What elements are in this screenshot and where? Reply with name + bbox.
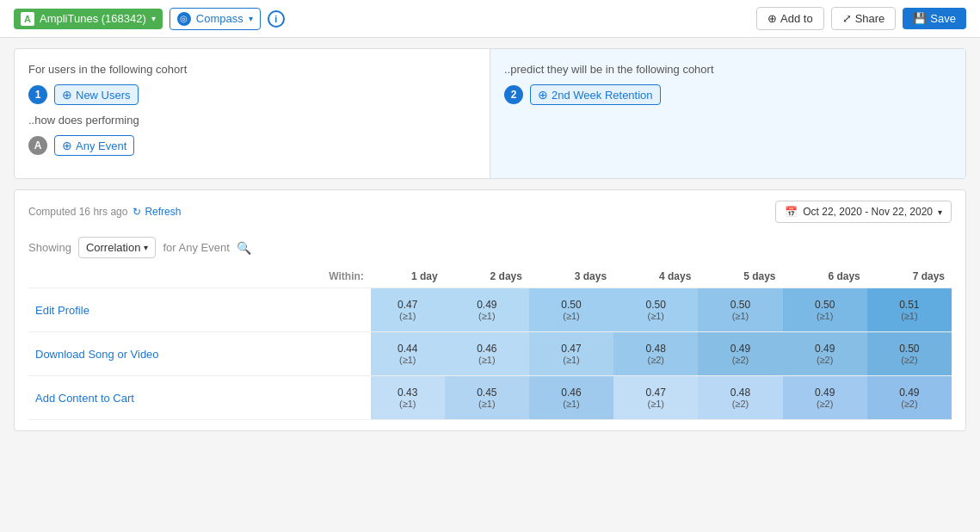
value-cell: 0.45(≥1) (445, 376, 529, 420)
results-panel: Computed 16 hrs ago ↻ Refresh 📅 Oct 22, … (14, 189, 966, 431)
col-header-1day: 1 day (371, 265, 445, 288)
showing-label: Showing (28, 241, 71, 254)
value-cell: 0.43(≥1) (371, 376, 445, 420)
compass-icon: ◎ (177, 12, 191, 26)
retention-icon: ⊕ (538, 88, 548, 102)
value-cell: 0.47(≥1) (371, 288, 445, 332)
computed-label: Computed 16 hrs ago (28, 206, 127, 218)
app-letter-icon: A (21, 12, 34, 26)
compass-label: Compass (196, 12, 243, 25)
cohort-panel: For users in the following cohort 1 ⊕ Ne… (14, 48, 966, 179)
col-header-4days: 4 days (613, 265, 698, 288)
value-cell: 0.50(≥2) (867, 332, 952, 376)
col-header-5days: 5 days (698, 265, 782, 288)
search-event-button[interactable]: 🔍 (237, 241, 251, 255)
add-label: Add to (780, 12, 813, 25)
table-row: Edit Profile0.47(≥1)0.49(≥1)0.50(≥1)0.50… (28, 288, 952, 332)
value-cell: 0.49(≥2) (867, 376, 952, 420)
cohort-badge-number-1: 1 (28, 85, 47, 104)
cohort-left: For users in the following cohort 1 ⊕ Ne… (15, 49, 490, 178)
value-cell: 0.49(≥2) (783, 376, 867, 420)
correlation-label: Correlation (86, 241, 141, 254)
within-column-header: Within: (281, 265, 371, 288)
value-cell: 0.49(≥1) (445, 288, 529, 332)
data-table-container: Within: 1 day 2 days 3 days 4 days 5 day… (28, 265, 952, 420)
topbar: A AmpliTunes (168342) ▾ ◎ Compass ▾ i ⊕ … (0, 0, 980, 38)
value-cell: 0.46(≥1) (529, 376, 613, 420)
share-button[interactable]: ⤢ Share (831, 7, 897, 30)
save-label: Save (930, 12, 956, 25)
any-event-tag[interactable]: ⊕ Any Event (54, 135, 134, 156)
date-chevron-icon: ▾ (938, 207, 942, 217)
event-name-cell[interactable]: Edit Profile (28, 288, 281, 332)
col-header-3days: 3 days (529, 265, 613, 288)
event-column-header (28, 265, 281, 288)
within-cell (281, 288, 371, 332)
value-cell: 0.51(≥1) (867, 288, 952, 332)
new-users-tag[interactable]: ⊕ New Users (54, 84, 139, 105)
refresh-button[interactable]: ↻ Refresh (133, 206, 181, 218)
value-cell: 0.47(≥1) (613, 376, 698, 420)
value-cell: 0.50(≥1) (613, 288, 698, 332)
share-icon: ⤢ (842, 12, 852, 25)
for-any-event-label: for Any Event (163, 241, 229, 254)
table-row: Add Content to Cart0.43(≥1)0.45(≥1)0.46(… (28, 376, 952, 420)
cohort-left-title: For users in the following cohort (28, 63, 476, 76)
event-name-cell[interactable]: Add Content to Cart (28, 376, 281, 420)
within-cell (281, 332, 371, 376)
save-button[interactable]: 💾 Save (903, 8, 966, 29)
calendar-icon: 📅 (785, 206, 798, 218)
refresh-icon: ↻ (133, 206, 141, 218)
correlation-dropdown[interactable]: Correlation ▾ (78, 237, 157, 258)
date-range-label: Oct 22, 2020 - Nov 22, 2020 (803, 206, 933, 218)
event-name-cell[interactable]: Download Song or Video (28, 332, 281, 376)
cohort-right-badge-row: 2 ⊕ 2nd Week Retention (504, 84, 952, 105)
any-event-icon: ⊕ (62, 139, 72, 152)
event-badge-letter: A (28, 136, 47, 155)
share-label: Share (855, 12, 885, 25)
cohort-left-badge-row: 1 ⊕ New Users (28, 84, 476, 105)
table-row: Download Song or Video0.44(≥1)0.46(≥1)0.… (28, 332, 952, 376)
value-cell: 0.48(≥2) (613, 332, 698, 376)
any-event-label: Any Event (76, 139, 126, 152)
cohort-badge-number-2: 2 (504, 85, 523, 104)
computed-info: Computed 16 hrs ago ↻ Refresh (28, 206, 181, 218)
second-week-retention-tag[interactable]: ⊕ 2nd Week Retention (530, 84, 661, 105)
app-selector[interactable]: A AmpliTunes (168342) ▾ (14, 9, 163, 29)
compass-chevron-icon: ▾ (249, 14, 253, 23)
refresh-label: Refresh (145, 206, 181, 218)
how-does-label: ..how does performing (28, 114, 476, 127)
cohort-right: ..predict they will be in the following … (490, 49, 965, 178)
add-plus-icon: ⊕ (767, 12, 777, 25)
value-cell: 0.48(≥2) (698, 376, 782, 420)
table-header: Within: 1 day 2 days 3 days 4 days 5 day… (28, 265, 952, 288)
value-cell: 0.49(≥2) (698, 332, 782, 376)
event-badge-row: A ⊕ Any Event (28, 135, 476, 156)
correlation-table: Within: 1 day 2 days 3 days 4 days 5 day… (28, 265, 952, 420)
topbar-left: A AmpliTunes (168342) ▾ ◎ Compass ▾ i (14, 8, 285, 30)
value-cell: 0.49(≥2) (783, 332, 867, 376)
new-users-label: New Users (76, 89, 131, 102)
app-chevron-icon: ▾ (151, 14, 156, 23)
cohort-tag-icon: ⊕ (62, 88, 72, 102)
compass-selector[interactable]: ◎ Compass ▾ (169, 8, 261, 30)
retention-label: 2nd Week Retention (552, 89, 653, 102)
value-cell: 0.44(≥1) (371, 332, 445, 376)
app-name-label: AmpliTunes (168342) (40, 12, 146, 25)
main-content: For users in the following cohort 1 ⊕ Ne… (0, 38, 980, 442)
results-header: Computed 16 hrs ago ↻ Refresh 📅 Oct 22, … (28, 201, 952, 223)
within-cell (281, 376, 371, 420)
date-range-button[interactable]: 📅 Oct 22, 2020 - Nov 22, 2020 ▾ (775, 201, 952, 223)
topbar-right: ⊕ Add to ⤢ Share 💾 Save (756, 7, 966, 30)
col-header-2days: 2 days (445, 265, 529, 288)
add-to-button[interactable]: ⊕ Add to (756, 7, 824, 30)
col-header-6days: 6 days (783, 265, 867, 288)
value-cell: 0.50(≥1) (783, 288, 867, 332)
info-icon[interactable]: i (268, 10, 285, 28)
correlation-chevron-icon: ▾ (144, 243, 148, 252)
save-icon: 💾 (913, 12, 927, 25)
col-header-7days: 7 days (867, 265, 952, 288)
value-cell: 0.46(≥1) (445, 332, 529, 376)
showing-row: Showing Correlation ▾ for Any Event 🔍 (28, 237, 952, 258)
cohort-right-title: ..predict they will be in the following … (504, 63, 952, 76)
